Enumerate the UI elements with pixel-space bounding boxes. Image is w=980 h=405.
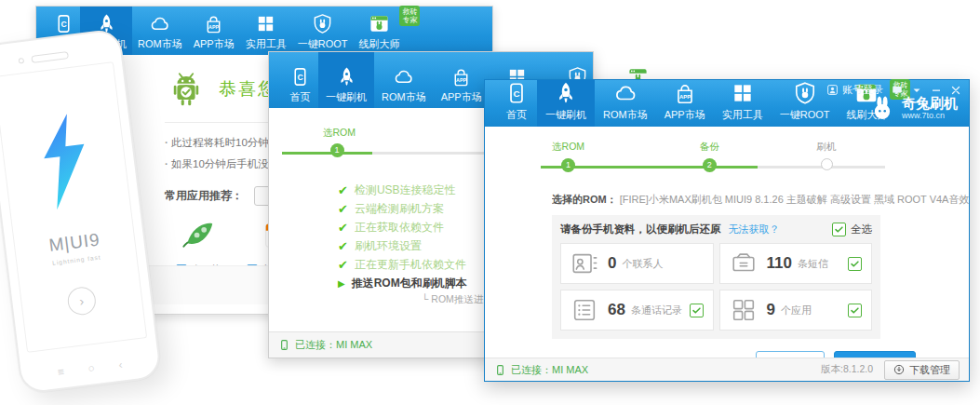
home-phone-icon [289,66,311,88]
home-phone-icon [53,13,74,34]
status-bar: 已连接：MI MAX 版本:8.1.2.0 下载管理 [485,358,969,381]
backup-item-call-log[interactable]: 68 条通话记录 [560,290,714,331]
check-icon: ✔ [338,258,348,272]
tab-app-market[interactable]: APP市场 [434,52,490,108]
tab-home[interactable]: 首页 [496,80,537,127]
step-circle: 1 [330,143,344,157]
tab-one-key-root[interactable]: 一键ROOT [292,7,354,55]
select-all-checkbox[interactable] [832,223,846,236]
tab-one-key-flash[interactable]: 一键刷机 [537,80,595,127]
sms-icon [730,250,758,277]
tab-app-market[interactable]: APP市场 [188,7,240,55]
back-key-icon: ‹ [118,358,124,371]
item-count: 0 [608,254,616,273]
rocket-icon [554,81,578,105]
tab-app-market[interactable]: APP市场 [656,80,714,127]
item-unit: 条通话记录 [631,304,682,317]
item-count: 110 [767,254,792,273]
next-circle-button[interactable]: › [66,286,97,317]
step-circle-current: 2 [703,158,717,172]
check-icon: ✔ [338,221,348,235]
cloud-icon [149,13,170,34]
rabbit-logo-icon [868,94,896,122]
tab-label: APP市场 [194,37,235,51]
tab-label: 首页 [290,90,311,104]
window-backup: 首页 一键刷机 ROM市场 APP市场 实用工具 一键ROOT 线刷大师 [484,79,970,382]
tab-wire-flash-master[interactable]: 线刷大师 救砖专家 [353,7,405,55]
check-icon: ✔ [338,202,348,216]
home-phone-icon [504,81,529,105]
rocket-icon [336,66,357,88]
apps-icon [730,296,758,324]
home-key-icon: ○ [87,361,96,375]
recommend-label: 常用应用推荐： [165,188,243,204]
backup-item-apps[interactable]: 9 个应用 [719,290,873,331]
menu-key-icon: ≡ [57,365,65,379]
tab-tools[interactable]: 实用工具 [714,80,772,127]
tab-label: 实用工具 [246,37,287,51]
grid-icon [731,81,755,105]
wandoujia-icon [181,217,216,252]
brand-site: www.7to.cn [902,111,958,120]
phone-nav-bar: ≡ ○ ‹ [20,354,159,384]
phone-connected-icon [278,339,290,351]
version-text: 版本:8.1.2.0 [821,363,873,376]
earpiece-speaker [31,51,69,63]
app-bag-icon [203,13,224,34]
check-icon: ✔ [338,183,348,197]
select-all-control[interactable]: 全选 [832,223,872,236]
download-manager-button[interactable]: 下载管理 [884,360,960,380]
tab-rom-market[interactable]: ROM市场 [374,52,434,108]
arrow-icon: ▶ [338,278,345,289]
user-icon [826,84,839,96]
step-indicator: 选ROM 1 备份 2 刷机 [541,139,885,180]
item-count: 9 [767,301,775,319]
backup-title: 请备份手机资料，以便刷机后还原 [560,223,721,236]
item-checkbox[interactable] [848,257,862,271]
tab-rom-market[interactable]: ROM市场 [595,80,656,127]
cloud-icon [613,81,638,105]
shield-rabbit-icon [312,13,333,34]
shield-rabbit-icon [793,81,817,105]
tab-label: ROM市场 [382,90,426,104]
tab-one-key-flash[interactable]: 一键刷机 [318,52,374,108]
item-checkbox[interactable] [690,304,704,317]
miui-logo-text: M|UI9 [47,229,101,256]
step-label: 备份 [681,141,737,154]
brand-name: 奇兔刷机 [902,96,958,111]
contacts-icon [571,250,598,277]
miui-tagline: Lightning fast [52,253,101,265]
item-unit: 个应用 [781,304,812,317]
grid-icon [255,13,276,34]
tab-label: 线刷大师 [358,37,399,51]
app-bag-icon [450,66,472,88]
item-unit: 条短信 [798,257,828,271]
step-circle-done: 1 [561,158,575,172]
tab-label: 一键ROOT [780,108,830,122]
phone-connected-icon [494,364,506,376]
tab-label: 实用工具 [722,108,763,122]
backup-item-sms[interactable]: 110 条短信 [719,243,873,284]
tab-label: 一键刷机 [545,108,586,122]
phone-screen: M|UI9 Lightning fast › [0,61,147,353]
flash-master-icon [369,13,390,34]
app-bag-icon [673,81,697,105]
backup-panel: 请备份手机资料，以便刷机后还原 无法获取？ 全选 0 个联系人 110 条短信 … [552,215,880,339]
rom-filename: [FIRE]小米MAX刷机包 MIUI9 8.1.26 主题破解 高级设置 黑域… [620,194,969,205]
item-count: 68 [608,301,625,319]
step-label: 刷机 [799,141,854,154]
front-camera-dot [19,58,25,64]
item-checkbox[interactable] [848,304,862,317]
tab-home[interactable]: 首页 [282,52,318,108]
rom-label: 选择的ROM： [552,194,617,205]
selected-rom-line: 选择的ROM： [FIRE]小米MAX刷机包 MIUI9 8.1.26 主题破解… [552,193,969,207]
tab-label: 一键刷机 [326,90,367,104]
tab-tools[interactable]: 实用工具 [240,7,292,55]
tab-label: 首页 [506,108,527,122]
tab-rom-market[interactable]: ROM市场 [132,7,188,55]
cannot-fetch-link[interactable]: 无法获取？ [729,223,780,236]
backup-item-contacts[interactable]: 0 个联系人 [560,243,714,284]
tab-label: APP市场 [441,90,482,104]
check-icon: ✔ [338,239,348,253]
call-log-icon [571,296,598,324]
